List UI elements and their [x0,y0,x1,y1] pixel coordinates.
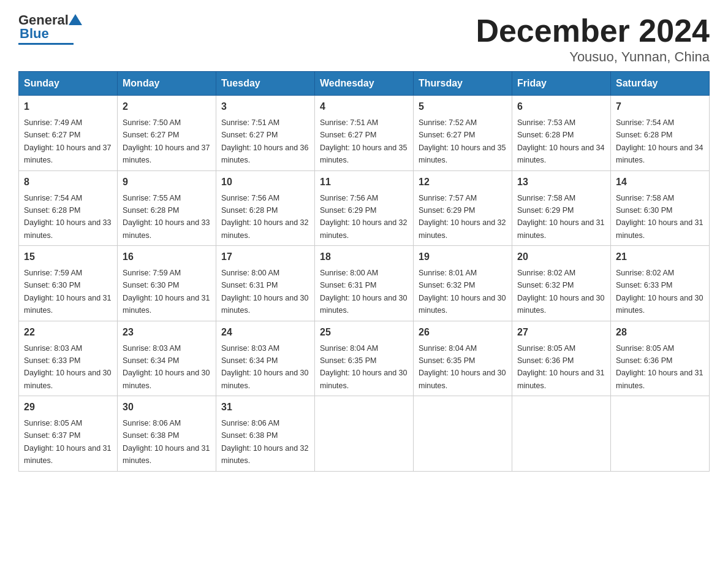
calendar-cell: 11 Sunrise: 7:56 AMSunset: 6:29 PMDaylig… [315,170,414,246]
day-number: 21 [616,250,704,264]
day-number: 1 [24,99,112,114]
svg-marker-0 [69,14,82,25]
calendar-cell: 10 Sunrise: 7:56 AMSunset: 6:28 PMDaylig… [216,170,315,246]
day-number: 18 [320,250,408,264]
day-number: 13 [517,175,605,190]
day-number: 19 [419,250,507,264]
day-number: 10 [221,175,309,190]
weekday-header-monday: Monday [118,72,216,96]
calendar-cell: 8 Sunrise: 7:54 AMSunset: 6:28 PMDayligh… [19,170,118,246]
day-number: 30 [123,400,211,415]
calendar-cell: 28 Sunrise: 8:05 AMSunset: 6:36 PMDaylig… [611,321,710,396]
day-number: 24 [221,325,309,340]
day-number: 22 [24,325,112,340]
calendar-cell: 19 Sunrise: 8:01 AMSunset: 6:32 PMDaylig… [414,246,512,321]
calendar-cell [315,396,414,472]
calendar-cell: 27 Sunrise: 8:05 AMSunset: 6:36 PMDaylig… [512,321,611,396]
day-info: Sunrise: 7:55 AMSunset: 6:28 PMDaylight:… [123,194,210,240]
day-number: 16 [123,250,211,264]
month-title: December 2024 [476,12,710,49]
calendar-week-row: 1 Sunrise: 7:49 AMSunset: 6:27 PMDayligh… [19,96,710,171]
page-header: General Blue December 2024 Yousuo, Yunna… [18,12,710,65]
weekday-header-friday: Friday [512,72,611,96]
calendar-week-row: 15 Sunrise: 7:59 AMSunset: 6:30 PMDaylig… [19,246,710,321]
day-number: 29 [24,400,112,415]
location-text: Yousuo, Yunnan, China [476,49,710,65]
calendar-cell: 14 Sunrise: 7:58 AMSunset: 6:30 PMDaylig… [611,170,710,246]
calendar-cell: 22 Sunrise: 8:03 AMSunset: 6:33 PMDaylig… [19,321,118,396]
logo: General Blue [18,12,82,45]
day-info: Sunrise: 8:02 AMSunset: 6:33 PMDaylight:… [616,269,703,315]
day-info: Sunrise: 7:57 AMSunset: 6:29 PMDaylight:… [419,194,506,240]
day-number: 9 [123,175,211,190]
day-info: Sunrise: 7:59 AMSunset: 6:30 PMDaylight:… [24,269,111,315]
day-number: 17 [221,250,309,264]
calendar-cell: 5 Sunrise: 7:52 AMSunset: 6:27 PMDayligh… [414,96,512,171]
calendar-cell: 26 Sunrise: 8:04 AMSunset: 6:35 PMDaylig… [414,321,512,396]
calendar-cell: 21 Sunrise: 8:02 AMSunset: 6:33 PMDaylig… [611,246,710,321]
logo-underline [18,43,74,45]
day-info: Sunrise: 7:56 AMSunset: 6:28 PMDaylight:… [221,194,308,240]
calendar-cell: 16 Sunrise: 7:59 AMSunset: 6:30 PMDaylig… [118,246,216,321]
day-info: Sunrise: 7:50 AMSunset: 6:27 PMDaylight:… [123,118,210,164]
weekday-header-wednesday: Wednesday [315,72,414,96]
calendar-cell: 31 Sunrise: 8:06 AMSunset: 6:38 PMDaylig… [216,396,315,472]
calendar-cell: 17 Sunrise: 8:00 AMSunset: 6:31 PMDaylig… [216,246,315,321]
calendar-cell: 23 Sunrise: 8:03 AMSunset: 6:34 PMDaylig… [118,321,216,396]
calendar-cell: 20 Sunrise: 8:02 AMSunset: 6:32 PMDaylig… [512,246,611,321]
calendar-cell: 29 Sunrise: 8:05 AMSunset: 6:37 PMDaylig… [19,396,118,472]
weekday-header-saturday: Saturday [611,72,710,96]
calendar-cell: 6 Sunrise: 7:53 AMSunset: 6:28 PMDayligh… [512,96,611,171]
day-info: Sunrise: 7:51 AMSunset: 6:27 PMDaylight:… [320,118,407,164]
day-info: Sunrise: 7:52 AMSunset: 6:27 PMDaylight:… [419,118,506,164]
calendar-cell: 7 Sunrise: 7:54 AMSunset: 6:28 PMDayligh… [611,96,710,171]
day-number: 23 [123,325,211,340]
day-number: 28 [616,325,704,340]
day-number: 4 [320,99,408,114]
day-number: 6 [517,99,605,114]
day-info: Sunrise: 7:58 AMSunset: 6:30 PMDaylight:… [616,194,703,240]
calendar-cell: 25 Sunrise: 8:04 AMSunset: 6:35 PMDaylig… [315,321,414,396]
calendar-week-row: 29 Sunrise: 8:05 AMSunset: 6:37 PMDaylig… [19,396,710,472]
day-info: Sunrise: 8:04 AMSunset: 6:35 PMDaylight:… [419,344,506,390]
calendar-cell: 9 Sunrise: 7:55 AMSunset: 6:28 PMDayligh… [118,170,216,246]
weekday-header-thursday: Thursday [414,72,512,96]
calendar-cell: 12 Sunrise: 7:57 AMSunset: 6:29 PMDaylig… [414,170,512,246]
day-info: Sunrise: 8:05 AMSunset: 6:36 PMDaylight:… [616,344,703,390]
day-number: 2 [123,99,211,114]
day-info: Sunrise: 7:59 AMSunset: 6:30 PMDaylight:… [123,269,210,315]
calendar-cell: 1 Sunrise: 7:49 AMSunset: 6:27 PMDayligh… [19,96,118,171]
calendar-cell: 13 Sunrise: 7:58 AMSunset: 6:29 PMDaylig… [512,170,611,246]
calendar-cell [512,396,611,472]
calendar-cell [414,396,512,472]
day-number: 31 [221,400,309,415]
day-info: Sunrise: 7:58 AMSunset: 6:29 PMDaylight:… [517,194,604,240]
day-number: 3 [221,99,309,114]
day-number: 20 [517,250,605,264]
day-info: Sunrise: 8:03 AMSunset: 6:34 PMDaylight:… [221,344,308,390]
weekday-header-sunday: Sunday [19,72,118,96]
calendar-cell [611,396,710,472]
day-info: Sunrise: 7:49 AMSunset: 6:27 PMDaylight:… [24,118,111,164]
day-info: Sunrise: 8:02 AMSunset: 6:32 PMDaylight:… [517,269,604,315]
day-info: Sunrise: 8:03 AMSunset: 6:34 PMDaylight:… [123,344,210,390]
day-info: Sunrise: 8:05 AMSunset: 6:36 PMDaylight:… [517,344,604,390]
day-info: Sunrise: 8:00 AMSunset: 6:31 PMDaylight:… [221,269,308,315]
day-number: 27 [517,325,605,340]
title-section: December 2024 Yousuo, Yunnan, China [476,12,710,65]
day-number: 25 [320,325,408,340]
day-number: 11 [320,175,408,190]
day-info: Sunrise: 8:01 AMSunset: 6:32 PMDaylight:… [419,269,506,315]
day-info: Sunrise: 8:06 AMSunset: 6:38 PMDaylight:… [123,419,210,465]
calendar-cell: 2 Sunrise: 7:50 AMSunset: 6:27 PMDayligh… [118,96,216,171]
day-number: 5 [419,99,507,114]
day-info: Sunrise: 7:53 AMSunset: 6:28 PMDaylight:… [517,118,604,164]
day-info: Sunrise: 8:04 AMSunset: 6:35 PMDaylight:… [320,344,407,390]
calendar-cell: 3 Sunrise: 7:51 AMSunset: 6:27 PMDayligh… [216,96,315,171]
day-info: Sunrise: 8:05 AMSunset: 6:37 PMDaylight:… [24,419,111,465]
day-number: 7 [616,99,704,114]
day-number: 15 [24,250,112,264]
calendar-cell: 15 Sunrise: 7:59 AMSunset: 6:30 PMDaylig… [19,246,118,321]
day-info: Sunrise: 7:51 AMSunset: 6:27 PMDaylight:… [221,118,308,164]
day-info: Sunrise: 7:54 AMSunset: 6:28 PMDaylight:… [24,194,111,240]
